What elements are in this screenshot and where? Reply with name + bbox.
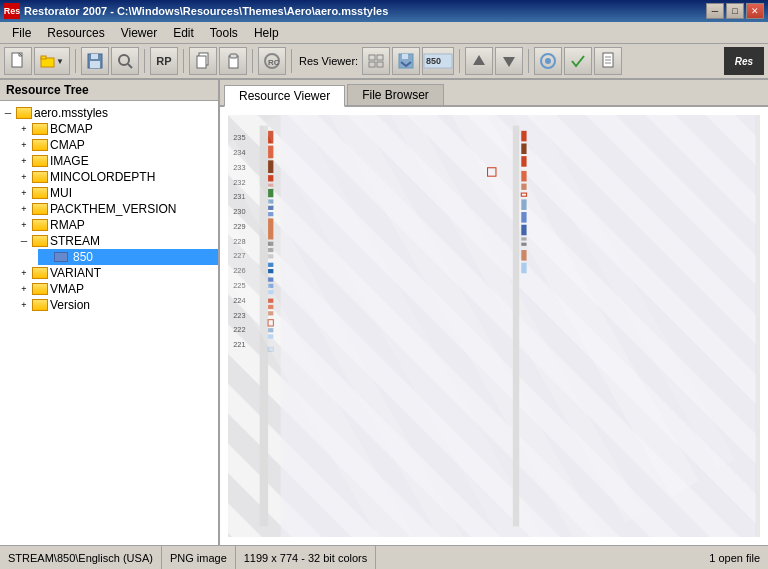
svg-rect-13	[230, 54, 237, 58]
svg-text:235: 235	[233, 133, 245, 142]
menu-help[interactable]: Help	[246, 24, 287, 42]
tree-node-rmap[interactable]: + RMAP	[16, 217, 218, 233]
save-button[interactable]	[81, 47, 109, 75]
viewer-resource-button[interactable]	[534, 47, 562, 75]
tree-node-version[interactable]: + Version	[16, 297, 218, 313]
content-area: Resource Viewer File Browser	[220, 80, 768, 545]
tree-node-mincolordepth[interactable]: + MINCOLORDEPTH	[16, 169, 218, 185]
menu-viewer[interactable]: Viewer	[113, 24, 165, 42]
close-button[interactable]: ✕	[746, 3, 764, 19]
menu-edit[interactable]: Edit	[165, 24, 202, 42]
tree-node-cmap[interactable]: + CMAP	[16, 137, 218, 153]
viewer-down-button[interactable]	[495, 47, 523, 75]
svg-rect-40	[268, 175, 273, 181]
svg-rect-38	[268, 146, 273, 159]
bcmap-expander[interactable]: +	[18, 124, 30, 134]
root-expander[interactable]: ─	[2, 108, 14, 118]
mui-folder-icon	[32, 187, 48, 199]
tree-node-mui[interactable]: + MUI	[16, 185, 218, 201]
mincolordepth-label: MINCOLORDEPTH	[50, 170, 155, 184]
stream-label: STREAM	[50, 234, 100, 248]
new-button[interactable]	[4, 47, 32, 75]
svg-point-27	[545, 58, 551, 64]
res-viewer-label: Res Viewer:	[299, 55, 358, 67]
menu-tools[interactable]: Tools	[202, 24, 246, 42]
svg-rect-98	[521, 263, 526, 274]
stream-folder-icon	[32, 235, 48, 247]
850-label: 850	[70, 250, 96, 264]
tab-file-browser[interactable]: File Browser	[347, 84, 444, 105]
svg-rect-93	[521, 212, 526, 223]
open-button[interactable]: ▼	[34, 47, 70, 75]
mui-expander[interactable]: +	[18, 188, 30, 198]
tree-node-vmap[interactable]: + VMAP	[16, 281, 218, 297]
tree-node-850[interactable]: 850	[38, 249, 218, 265]
resource-tree-panel: Resource Tree ─ aero.msstyles + BCMAP + …	[0, 80, 220, 545]
viewer-up-button[interactable]	[465, 47, 493, 75]
svg-rect-19	[377, 62, 383, 67]
cmap-label: CMAP	[50, 138, 85, 152]
copy-button[interactable]	[189, 47, 217, 75]
main-layout: Resource Tree ─ aero.msstyles + BCMAP + …	[0, 80, 768, 545]
tab-resource-viewer[interactable]: Resource Viewer	[224, 85, 345, 107]
titlebar-controls: ─ □ ✕	[706, 3, 764, 19]
stream-expander[interactable]: ─	[18, 236, 30, 246]
cmap-expander[interactable]: +	[18, 140, 30, 150]
viewer-grid-button[interactable]	[362, 47, 390, 75]
viewer-save-button[interactable]	[392, 47, 420, 75]
rp-button[interactable]: RP	[150, 47, 178, 75]
viewer-b850-button[interactable]: 850	[422, 47, 454, 75]
tree-node-bcmap[interactable]: + BCMAP	[16, 121, 218, 137]
menu-resources[interactable]: Resources	[39, 24, 112, 42]
minimize-button[interactable]: ─	[706, 3, 724, 19]
menu-file[interactable]: File	[4, 24, 39, 42]
packthem-folder-icon	[32, 203, 48, 215]
rc-button[interactable]: RC	[258, 47, 286, 75]
variant-expander[interactable]: +	[18, 268, 30, 278]
svg-rect-85	[513, 126, 519, 527]
mincolordepth-folder-icon	[32, 171, 48, 183]
svg-rect-50	[268, 263, 273, 267]
svg-rect-88	[521, 156, 526, 167]
svg-rect-41	[268, 184, 273, 187]
paste-button[interactable]	[219, 47, 247, 75]
cmap-folder-icon	[32, 139, 48, 151]
mincolordepth-expander[interactable]: +	[18, 172, 30, 182]
svg-rect-94	[521, 225, 526, 236]
tree-root-node[interactable]: ─ aero.msstyles	[0, 105, 218, 121]
svg-rect-52	[268, 277, 273, 281]
find-button[interactable]	[111, 47, 139, 75]
tree-node-packthem[interactable]: + PACKTHEM_VERSION	[16, 201, 218, 217]
toolbar-separator-2	[144, 49, 145, 73]
viewer-check-button[interactable]	[564, 47, 592, 75]
stream-children: 850	[16, 249, 218, 265]
logo-text: Res	[4, 6, 21, 16]
maximize-button[interactable]: □	[726, 3, 744, 19]
packthem-expander[interactable]: +	[18, 204, 30, 214]
viewer-page-button[interactable]	[594, 47, 622, 75]
toolbar-separator-1	[75, 49, 76, 73]
variant-folder-icon	[32, 267, 48, 279]
menubar: File Resources Viewer Edit Tools Help	[0, 22, 768, 44]
svg-rect-4	[41, 56, 46, 59]
version-expander[interactable]: +	[18, 300, 30, 310]
tree-node-image[interactable]: + IMAGE	[16, 153, 218, 169]
image-expander[interactable]: +	[18, 156, 30, 166]
toolbar-separator-7	[528, 49, 529, 73]
svg-text:RC: RC	[268, 58, 280, 67]
tree-node-variant[interactable]: + VARIANT	[16, 265, 218, 281]
bcmap-folder-icon	[32, 123, 48, 135]
svg-rect-96	[521, 243, 526, 246]
tabs: Resource Viewer File Browser	[220, 80, 768, 107]
status-dimensions: 1199 x 774 - 32 bit colors	[236, 546, 377, 569]
rmap-expander[interactable]: +	[18, 220, 30, 230]
vmap-expander[interactable]: +	[18, 284, 30, 294]
titlebar-left: Res Restorator 2007 - C:\Windows\Resourc…	[4, 3, 388, 19]
toolbar-separator-3	[183, 49, 184, 73]
svg-rect-16	[369, 55, 375, 60]
svg-text:222: 222	[233, 325, 245, 334]
packthem-label: PACKTHEM_VERSION	[50, 202, 176, 216]
svg-rect-6	[91, 54, 98, 59]
svg-rect-97	[521, 250, 526, 261]
tree-node-stream[interactable]: ─ STREAM	[16, 233, 218, 249]
